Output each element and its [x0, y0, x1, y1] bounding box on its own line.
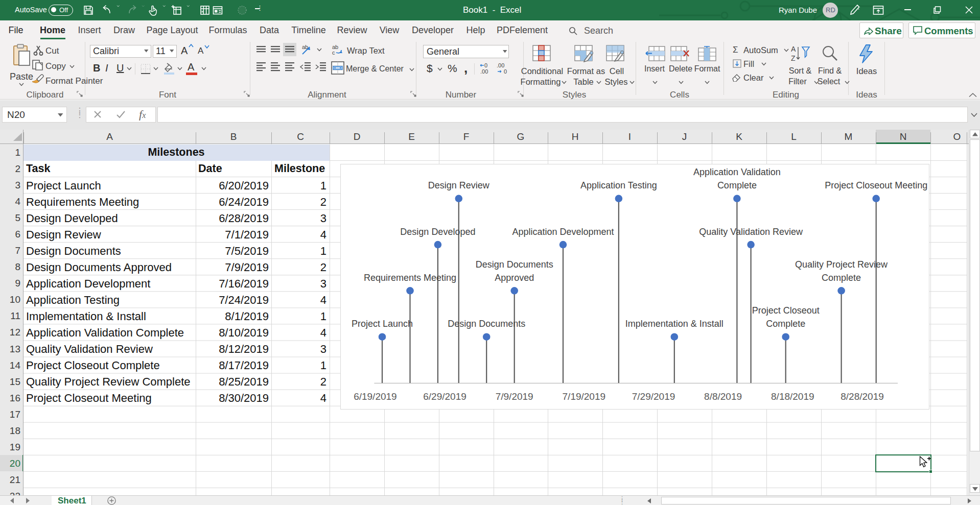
svg-text:Project Closeout: Project Closeout [752, 305, 820, 316]
svg-text:Application Testing: Application Testing [580, 180, 657, 190]
svg-text:.00: .00 [497, 62, 504, 68]
svg-text:Design Review: Design Review [428, 180, 490, 190]
svg-text:Complete: Complete [766, 319, 805, 329]
svg-text:0: 0 [504, 68, 507, 75]
svg-text:Quality Project Review: Quality Project Review [795, 259, 888, 270]
svg-text:Design Documents: Design Documents [448, 319, 525, 329]
svg-text:Σ: Σ [733, 45, 738, 54]
svg-text:Requirements Meeting: Requirements Meeting [364, 273, 456, 283]
svg-text:6/19/2019: 6/19/2019 [354, 391, 397, 402]
svg-text:Application Validation: Application Validation [693, 167, 781, 177]
svg-text:Approved: Approved [495, 273, 534, 283]
svg-text:7/29/2019: 7/29/2019 [632, 391, 675, 402]
svg-text:ab: ab [302, 44, 308, 50]
svg-text:Project Closeout Meeting: Project Closeout Meeting [825, 180, 927, 190]
svg-text:Z: Z [791, 54, 796, 62]
svg-text:8/28/2019: 8/28/2019 [841, 391, 884, 402]
svg-text:Quality Validation Review: Quality Validation Review [699, 227, 803, 237]
svg-text:Application Development: Application Development [512, 227, 614, 237]
svg-text:Project Launch: Project Launch [352, 319, 413, 329]
svg-text:8/8/2019: 8/8/2019 [704, 391, 742, 402]
svg-text:6/29/2019: 6/29/2019 [423, 391, 466, 402]
svg-text:Design Documents: Design Documents [476, 259, 553, 270]
svg-text:0: 0 [484, 62, 487, 68]
svg-text:c: c [332, 50, 335, 56]
svg-text:8/18/2019: 8/18/2019 [771, 391, 814, 402]
svg-text:Design Developed: Design Developed [400, 227, 475, 237]
svg-text:7/19/2019: 7/19/2019 [563, 391, 606, 402]
svg-text:7/9/2019: 7/9/2019 [496, 391, 533, 402]
svg-text:Complete: Complete [717, 180, 757, 190]
svg-text:A: A [791, 45, 796, 53]
svg-text:Implementation & Install: Implementation & Install [625, 319, 724, 329]
svg-text:Complete: Complete [822, 273, 861, 283]
svg-text:.00: .00 [480, 68, 488, 75]
